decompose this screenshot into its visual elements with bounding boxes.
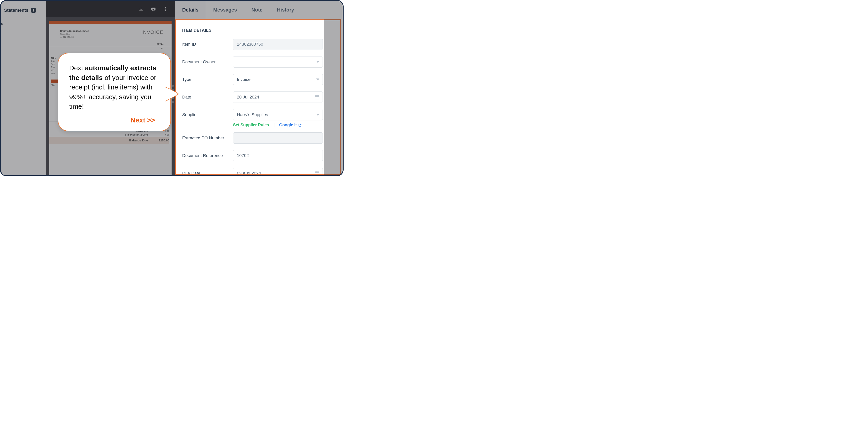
onboarding-callout: Dext automatically extracts the details … [58, 53, 171, 131]
svg-point-1 [165, 9, 166, 9]
row-po-number: Extracted PO Number [182, 132, 323, 144]
detail-tabs: Details Messages Note History [175, 1, 343, 19]
supplier-value: Harry's Supplies [237, 112, 268, 117]
chevron-down-icon [316, 61, 319, 63]
due-date-field[interactable]: 03 Aug 2024 [233, 168, 323, 175]
tab-history[interactable]: History [270, 1, 301, 19]
sidebar: Statements 1 s [1, 1, 46, 175]
date-value: 20 Jul 2024 [237, 95, 259, 100]
row-item-id: Item ID 14362380750 [182, 39, 323, 50]
po-label: Extracted PO Number [182, 136, 233, 140]
item-details-form: ITEM DETAILS Item ID 14362380750 Documen… [175, 20, 341, 175]
google-it-link[interactable]: Google It [279, 123, 302, 127]
docref-label: Document Reference [182, 153, 233, 158]
supplier-helper-links: Set Supplier Rules | Google It [233, 123, 323, 127]
doc-supplier-area: Shoreditch [60, 33, 89, 36]
calendar-icon [314, 171, 320, 175]
link-separator: | [274, 123, 275, 127]
docref-value: 10702 [237, 153, 249, 158]
tab-details[interactable]: Details [175, 1, 206, 19]
doc-accent-bar [49, 21, 172, 24]
callout-text: Dext automatically extracts the details … [69, 63, 160, 111]
callout-pre: Dext [69, 64, 85, 72]
doc-shipping: 0.00 [153, 134, 169, 136]
external-link-icon [298, 123, 302, 127]
type-value: Invoice [237, 77, 250, 82]
due-label: Due Date [182, 171, 233, 175]
date-field[interactable]: 20 Jul 2024 [233, 92, 323, 103]
svg-point-2 [165, 10, 166, 11]
details-panel: Details Messages Note History ITEM DETAI… [175, 1, 343, 175]
svg-point-0 [165, 7, 166, 8]
viewer-toolbar [46, 1, 175, 17]
type-select[interactable]: Invoice [233, 74, 323, 85]
due-value: 03 Aug 2024 [237, 171, 261, 175]
sidebar-item-label: Statements [4, 8, 29, 13]
doc-balance-label: Balance Due [123, 139, 148, 142]
tab-messages[interactable]: Messages [206, 1, 244, 19]
row-doc-owner: Document Owner [182, 56, 323, 68]
docref-field[interactable]: 10702 [233, 150, 323, 161]
tab-note[interactable]: Note [244, 1, 270, 19]
calendar-icon [314, 95, 320, 100]
print-icon[interactable] [150, 6, 156, 12]
doc-owner-label: Document Owner [182, 59, 233, 64]
panel-heading: ITEM DETAILS [182, 28, 323, 33]
item-id-value: 14362380750 [237, 42, 263, 47]
download-icon[interactable] [138, 6, 144, 12]
row-date: Date 20 Jul 2024 [182, 92, 323, 103]
po-field [233, 132, 323, 144]
row-supplier: Supplier Harry's Supplies [182, 109, 323, 121]
callout-next-button[interactable]: Next >> [69, 116, 160, 124]
more-vertical-icon[interactable] [162, 6, 168, 12]
doc-balance: £250.00 [153, 139, 169, 142]
row-doc-ref: Document Reference 10702 [182, 150, 323, 161]
item-id-label: Item ID [182, 42, 233, 47]
type-label: Type [182, 77, 233, 82]
doc-date: 20/7/24 [49, 42, 172, 45]
set-supplier-rules-link[interactable]: Set Supplier Rules [233, 123, 269, 127]
doc-owner-select[interactable] [233, 56, 323, 68]
doc-title: INVOICE [142, 29, 163, 39]
app-frame: Statements 1 s Harry's Supplies Limited [0, 0, 344, 176]
svg-rect-3 [315, 96, 319, 99]
doc-supplier-phone: 44 772 456456 [60, 36, 89, 39]
google-it-label: Google It [279, 123, 297, 127]
supplier-select[interactable]: Harry's Supplies [233, 109, 323, 121]
row-due-date: Due Date 03 Aug 2024 [182, 168, 323, 175]
row-type: Type Invoice [182, 74, 323, 85]
chevron-down-icon [316, 79, 319, 81]
chevron-down-icon [316, 114, 319, 116]
item-id-field: 14362380750 [233, 39, 323, 50]
supplier-label: Supplier [182, 112, 233, 117]
doc-supplier-name: Harry's Supplies Limited [60, 29, 89, 33]
statements-count-badge: 1 [31, 8, 36, 13]
date-label: Date [182, 95, 233, 100]
sidebar-fragment-text: s [1, 15, 46, 26]
doc-invoice-no: 02 [49, 46, 172, 50]
sidebar-item-statements[interactable]: Statements 1 [1, 1, 46, 15]
doc-shipping-label: SHIPPING/HANDLING [123, 134, 148, 136]
callout-tail [165, 85, 179, 103]
svg-rect-4 [315, 172, 319, 175]
